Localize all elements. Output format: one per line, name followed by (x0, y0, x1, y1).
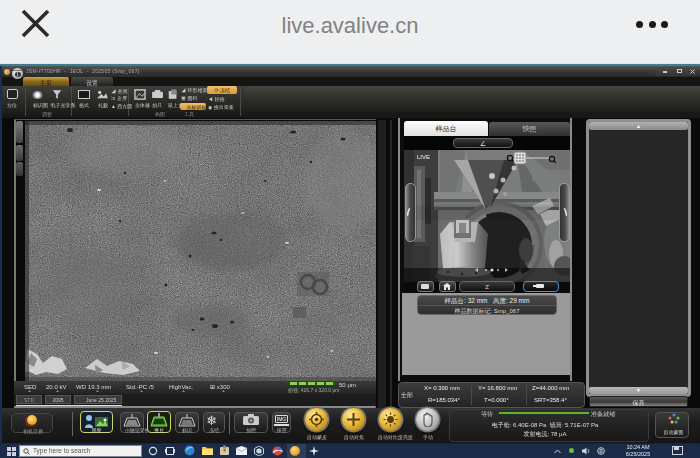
svg-text:LIVE: LIVE (417, 154, 430, 160)
